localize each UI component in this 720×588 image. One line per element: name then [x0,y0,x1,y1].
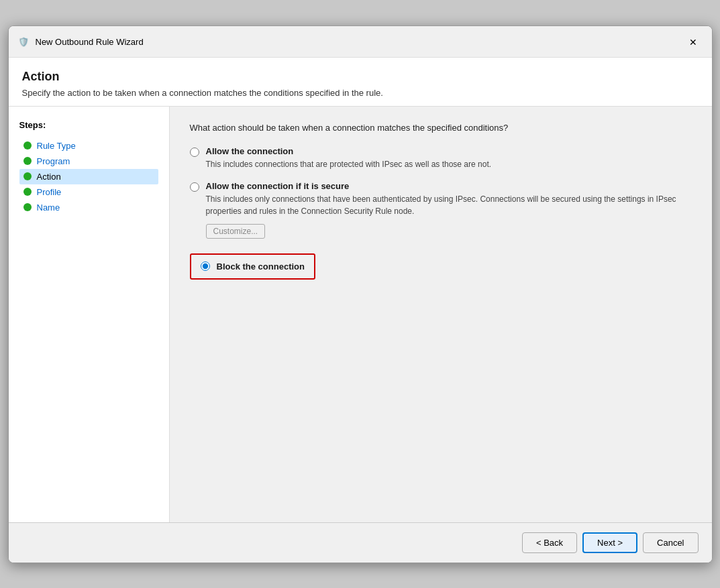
step-label-program: Program [37,156,70,166]
option-allow: Allow the connection This includes conne… [190,146,692,170]
app-icon: 🛡️ [17,36,30,49]
wizard-window: 🛡️ New Outbound Rule Wizard ✕ Action Spe… [8,25,713,563]
page-title: Action [22,70,699,84]
option-allow-title[interactable]: Allow the connection [206,146,294,156]
title-bar: 🛡️ New Outbound Rule Wizard ✕ [9,26,712,58]
sidebar-item-profile[interactable]: Profile [19,184,158,200]
option-allow-desc: This includes connections that are prote… [206,158,692,170]
option-secure-title[interactable]: Allow the connection if it is secure [206,181,350,191]
option-secure-desc: This includes only connections that have… [206,193,692,217]
title-bar-left: 🛡️ New Outbound Rule Wizard [17,36,144,49]
window-title: New Outbound Rule Wizard [36,37,144,47]
step-label-name: Name [37,202,60,213]
sidebar-item-name[interactable]: Name [19,200,158,215]
step-dot-rule-type [23,141,32,150]
step-label-rule-type: Rule Type [37,141,76,151]
main-content: What action should be taken when a conne… [170,107,712,522]
step-dot-program [23,157,32,165]
sidebar: Steps: Rule Type Program Action Profile … [9,107,170,522]
sidebar-item-program[interactable]: Program [19,154,158,169]
question-text: What action should be taken when a conne… [190,123,692,133]
step-label-profile: Profile [37,187,62,197]
close-button[interactable]: ✕ [684,33,703,52]
radio-allow-secure[interactable] [190,182,199,192]
step-label-action: Action [37,172,61,182]
option-block-title[interactable]: Block the connection [217,261,305,272]
option-block-wrapper: Block the connection [190,253,315,280]
next-button[interactable]: Next > [582,532,637,553]
option-allow-secure: Allow the connection if it is secure Thi… [190,181,692,239]
sidebar-item-action[interactable]: Action [19,169,158,184]
customize-button[interactable]: Customize... [206,224,266,239]
step-dot-name [23,203,32,211]
back-button[interactable]: < Back [522,532,577,553]
footer: < Back Next > Cancel [9,522,712,563]
option-secure-content: Allow the connection if it is secure Thi… [206,181,692,239]
sidebar-item-rule-type[interactable]: Rule Type [19,138,158,154]
header: Action Specify the action to be taken wh… [9,58,712,107]
cancel-button[interactable]: Cancel [643,532,698,553]
step-dot-action [23,172,32,180]
radio-block[interactable] [201,261,210,271]
page-description: Specify the action to be taken when a co… [22,88,699,98]
step-dot-profile [23,188,32,196]
option-allow-content: Allow the connection This includes conne… [206,146,692,170]
steps-label: Steps: [19,120,158,130]
radio-allow[interactable] [190,148,199,157]
content-area: Steps: Rule Type Program Action Profile … [9,107,712,522]
